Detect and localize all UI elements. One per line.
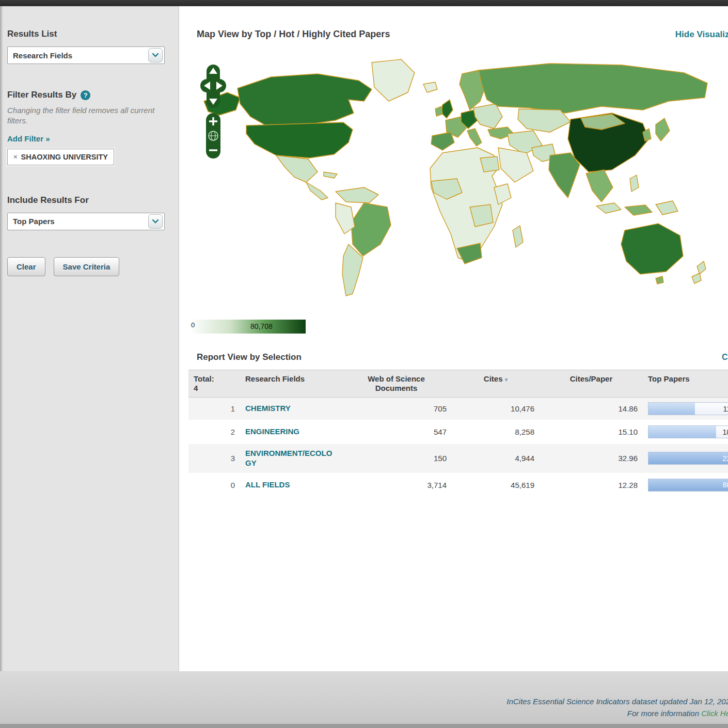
more-info-text: For more information Click He [0, 708, 728, 720]
remove-filter-icon[interactable]: × [13, 153, 18, 161]
top-papers-value: 22 [722, 454, 728, 463]
top-papers-bar: 11 [648, 402, 728, 415]
cites-label: Cites [484, 374, 503, 383]
include-results-dropdown-value: Top Papers [13, 217, 55, 226]
row-rank: 0 [188, 473, 240, 497]
include-results-heading: Include Results For [7, 195, 171, 205]
top-papers-cell: 22 [643, 444, 728, 473]
legend-max-label: 80,708 [250, 322, 273, 330]
top-papers-value: 18 [722, 428, 728, 436]
hide-visualization-label: Hide Visualization [675, 29, 728, 40]
column-header-research-fields[interactable]: Research Fields [240, 370, 341, 398]
top-papers-cell: 11 [643, 398, 728, 421]
results-list-dropdown[interactable]: Research Fields [7, 46, 165, 64]
hide-visualization-link[interactable]: Hide Visualization — [675, 29, 728, 40]
results-list-heading: Results List [7, 29, 171, 39]
filter-chip-shaoxing-university[interactable]: × SHAOXING UNIVERSITY [7, 149, 114, 165]
add-filter-link[interactable]: Add Filter » [7, 134, 171, 143]
legend-min-label: 0 [191, 321, 195, 329]
world-map[interactable] [188, 52, 727, 310]
sidebar-button-row: Clear Save Criteria [7, 257, 171, 276]
column-header-total: Total: 4 [188, 370, 240, 398]
research-field-link[interactable]: ALL FIELDS [240, 473, 341, 497]
row-rank: 3 [188, 444, 240, 473]
dataset-updated-text: InCites Essential Science Indicators dat… [0, 696, 728, 708]
cites-value: 45,619 [452, 473, 540, 497]
app-body: Results List Research Fields Filter Resu… [0, 6, 728, 671]
filter-note-text: Changing the filter field removes all cu… [7, 105, 162, 126]
cites-per-paper-value: 14.86 [540, 398, 643, 421]
more-info-prefix: For more information [627, 709, 701, 718]
top-papers-bar-fill [648, 426, 716, 438]
world-map-svg[interactable] [188, 52, 727, 310]
wos-documents-label: Web of Science Documents [368, 374, 425, 392]
cites-value: 8,258 [452, 420, 540, 444]
filter-results-label: Filter Results By [7, 90, 76, 100]
chevron-down-icon[interactable] [148, 214, 163, 229]
top-papers-value: 88 [722, 481, 728, 489]
map-section-header: Map View by Top / Hot / Highly Cited Pap… [188, 6, 728, 40]
zoom-control [206, 113, 220, 159]
top-papers-bar: 22 [648, 452, 728, 465]
top-papers-cell: 88 [643, 473, 728, 497]
cites-value: 10,476 [452, 398, 540, 421]
map-controls[interactable] [200, 64, 227, 164]
cites-per-paper-value: 32.96 [540, 444, 643, 473]
top-papers-bar: 18 [648, 425, 728, 438]
cites-per-paper-value: 15.10 [540, 420, 643, 444]
main-panel: Map View by Top / Hot / Highly Cited Pap… [179, 6, 728, 671]
top-papers-cell: 18 [643, 420, 728, 444]
total-value: 4 [194, 384, 235, 393]
report-table-header-row: Total: 4 Research Fields Web of Science … [188, 370, 728, 398]
window-left-edge [0, 6, 3, 671]
sort-descending-icon: ▾ [505, 376, 508, 383]
customize-link[interactable]: Customize [722, 353, 728, 362]
research-field-link[interactable]: ENGINEERING [240, 420, 341, 444]
window-top-bar [0, 0, 728, 6]
chevron-down-icon[interactable] [148, 48, 163, 62]
report-section-header: Report View by Selection Customize [188, 352, 728, 362]
report-table: Total: 4 Research Fields Web of Science … [188, 370, 728, 497]
wos-documents-value: 705 [341, 398, 452, 421]
click-here-link[interactable]: Click He [701, 709, 728, 718]
research-field-link[interactable]: CHEMISTRY [240, 398, 341, 421]
clear-button[interactable]: Clear [7, 257, 45, 276]
save-criteria-button[interactable]: Save Criteria [54, 257, 120, 276]
map-legend: 0 80,708 [189, 320, 306, 334]
cites-value: 4,944 [452, 444, 540, 473]
top-papers-bar-fill [648, 479, 728, 491]
filter-results-heading: Filter Results By ? [7, 90, 171, 100]
total-label: Total: [194, 374, 235, 384]
pan-control [200, 65, 226, 108]
table-row: 0 ALL FIELDS 3,714 45,619 12.28 88 [188, 473, 728, 497]
help-icon[interactable]: ? [81, 90, 90, 100]
wos-documents-value: 547 [341, 420, 452, 444]
top-papers-bar: 88 [648, 479, 728, 492]
row-rank: 2 [188, 420, 240, 444]
top-papers-bar-fill [648, 403, 695, 415]
column-header-cites-per-paper[interactable]: Cites/Paper [540, 370, 643, 398]
research-field-link[interactable]: ENVIRONMENT/ECOLOGY [240, 444, 341, 473]
table-row: 1 CHEMISTRY 705 10,476 14.86 11 [188, 398, 728, 421]
row-rank: 1 [188, 398, 240, 421]
column-header-wos-documents[interactable]: Web of Science Documents [341, 370, 452, 398]
column-header-cites[interactable]: Cites ▾ [452, 370, 540, 398]
top-papers-value: 11 [723, 405, 728, 413]
table-row: 2 ENGINEERING 547 8,258 15.10 18 [188, 420, 728, 444]
cites-per-paper-value: 12.28 [540, 473, 643, 497]
page-footer: InCites Essential Science Indicators dat… [0, 671, 728, 728]
footer-text: InCites Essential Science Indicators dat… [0, 671, 728, 719]
column-header-top-papers[interactable]: Top Papers [643, 370, 728, 398]
wos-documents-value: 150 [341, 444, 452, 473]
wos-documents-value: 3,714 [341, 473, 452, 497]
sidebar: Results List Research Fields Filter Resu… [0, 6, 179, 671]
report-view-title: Report View by Selection [197, 352, 302, 362]
top-papers-bar-fill [648, 452, 728, 464]
filter-chip-label: SHAOXING UNIVERSITY [21, 153, 108, 161]
results-list-dropdown-value: Research Fields [13, 51, 72, 60]
include-results-dropdown[interactable]: Top Papers [7, 213, 165, 230]
map-view-title: Map View by Top / Hot / Highly Cited Pap… [197, 29, 390, 40]
table-row: 3 ENVIRONMENT/ECOLOGY 150 4,944 32.96 22 [188, 444, 728, 473]
window-bottom-bar [0, 724, 728, 728]
